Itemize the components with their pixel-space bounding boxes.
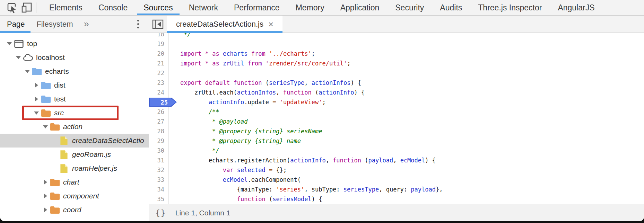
panel-tab-performance[interactable]: Performance [226,0,288,15]
tree-item-component[interactable]: component [0,189,149,203]
code-line-text: * @payload [169,117,247,126]
file-icon [59,136,69,145]
panel-tab-angularjs[interactable]: AngularJS [550,0,602,15]
tree-item-label: echarts [45,67,69,75]
code-line-33: 33 ecModel.eachComponent( [149,175,644,185]
file-tab-createDataSelectAction[interactable]: createDataSelectAction.js × [167,16,282,33]
chevron-right-icon[interactable] [32,97,41,101]
navigator-overflow-chevron-icon[interactable]: » [79,16,94,33]
tree-item-localhost[interactable]: localhost [0,51,149,64]
file-icon [59,150,69,159]
line-number[interactable]: 26 [149,107,169,117]
folder-orange-icon [41,109,51,117]
file-tree: top localhost echarts dist test src acti… [0,33,149,221]
chevron-down-icon[interactable] [23,70,32,73]
tree-item-label: test [54,95,66,103]
tree-item-src[interactable]: src [0,106,149,120]
line-number[interactable]: 28 [149,126,169,136]
panel-tab-memory[interactable]: Memory [288,0,332,15]
navigator-tab-filesystem[interactable]: Filesystem [31,16,79,33]
line-number[interactable]: 35 [149,194,169,204]
pretty-print-icon[interactable]: {} [155,208,166,217]
chevron-down-icon[interactable] [41,125,50,128]
cursor-position-label: Line 1, Column 1 [175,209,230,217]
tree-item-test[interactable]: test [0,92,149,106]
tree-item-coord[interactable]: coord [0,203,149,217]
chevron-down-icon[interactable] [5,42,14,45]
tree-item-echarts[interactable]: echarts [0,64,149,78]
chevron-down-icon[interactable] [14,56,23,59]
editor-tabbar: createDataSelectAction.js × [149,16,644,33]
panel-tab-console[interactable]: Console [90,0,136,15]
code-line-31: 31 echarts.registerAction(actionInfo, fu… [149,155,644,165]
devtools-toolbar: ElementsConsoleSourcesNetworkPerformance… [0,0,644,16]
line-number[interactable]: 30 [149,146,169,155]
device-toolbar-icon[interactable] [19,1,34,15]
line-number[interactable]: 19 [149,39,169,49]
cloud-icon [23,54,33,62]
code-line-text: */ [169,146,219,155]
navigator-tab-page[interactable]: Page [0,16,31,33]
tab-close-icon[interactable]: × [268,20,273,29]
chevron-right-icon[interactable] [41,180,50,185]
code-line-20: 20import * as echarts from '../echarts'; [149,49,644,59]
code-line-text: zrUtil.each(actionInfos, function (actio… [169,88,365,97]
inspect-cursor-icon[interactable] [5,1,19,15]
panel-tab-security[interactable]: Security [387,0,432,15]
code-line-text: echarts.registerAction(actionInfo, funct… [169,155,436,165]
line-number[interactable]: 18 [149,33,169,39]
code-line-24: 24 zrUtil.each(actionInfos, function (ac… [149,88,644,97]
code-line-text: actionInfo.update = 'updateView'; [169,97,326,107]
code-line-35: 35 function (seriesModel) { [149,194,644,204]
tree-item-georoam-js[interactable]: geoRoam.js [0,148,149,161]
navigator-header-spacer [94,16,130,33]
navigator-menu-kebab-icon[interactable] [130,16,146,33]
chevron-right-icon[interactable] [41,207,50,212]
code-line-22: 22 [149,68,644,78]
code-viewport[interactable]: 18 */1920import * as echarts from '../ec… [149,33,644,221]
line-number[interactable]: 34 [149,185,169,194]
code-line-text: import * as zrUtil from 'zrender/src/cor… [169,59,350,68]
code-line-text: /** [169,107,219,117]
breakpoint-marker[interactable]: 25 [149,98,177,107]
line-number[interactable]: 27 [149,117,169,126]
line-number[interactable]: 24 [149,88,169,97]
folder-orange-icon [50,123,60,131]
code-line-19: 19 [149,39,644,49]
folder-orange-icon [50,192,60,200]
code-line-25: 25 actionInfo.update = 'updateView'; [149,97,644,107]
chevron-down-icon[interactable] [32,112,41,115]
tree-item-dist[interactable]: dist [0,78,149,92]
sources-navigator: Page Filesystem » top localhost echarts … [0,16,149,221]
tree-item-top[interactable]: top [0,37,149,51]
panel-tab-audits[interactable]: Audits [432,0,470,15]
line-number[interactable]: 23 [149,78,169,88]
panel-tab-application[interactable]: Application [332,0,388,15]
line-number[interactable]: 22 [149,68,169,78]
line-number[interactable]: 32 [149,165,169,175]
tree-item-label: coord [63,206,81,214]
code-line-text [169,39,180,49]
chevron-right-icon[interactable] [32,83,41,88]
line-number[interactable]: 29 [149,136,169,146]
line-number[interactable]: 25 [149,97,169,107]
chevron-right-icon[interactable] [41,194,50,198]
line-number[interactable]: 20 [149,49,169,59]
line-number[interactable]: 21 [149,59,169,68]
line-number[interactable]: 33 [149,175,169,185]
panel-tab-elements[interactable]: Elements [41,0,90,15]
panel-tab-three-js-inspector[interactable]: Three.js Inspector [470,0,550,15]
code-line-text: * @property {string} seriesName [169,126,322,136]
panel-tab-sources[interactable]: Sources [136,0,181,15]
main-split: Page Filesystem » top localhost echarts … [0,16,644,221]
tree-item-roamhelper-js[interactable]: roamHelper.js [0,161,149,175]
panel-tab-network[interactable]: Network [181,0,226,15]
code-editor: 18 */1920import * as echarts from '../ec… [149,33,644,204]
hide-navigator-icon[interactable] [149,16,167,33]
tree-item-action[interactable]: action [0,120,149,134]
tree-item-chart[interactable]: chart [0,175,149,189]
line-number[interactable]: 31 [149,155,169,165]
tree-item-label: roamHelper.js [72,164,117,172]
tree-item-createdataselectactio[interactable]: createDataSelectActio [0,134,149,148]
code-line-27: 27 * @payload [149,117,644,126]
